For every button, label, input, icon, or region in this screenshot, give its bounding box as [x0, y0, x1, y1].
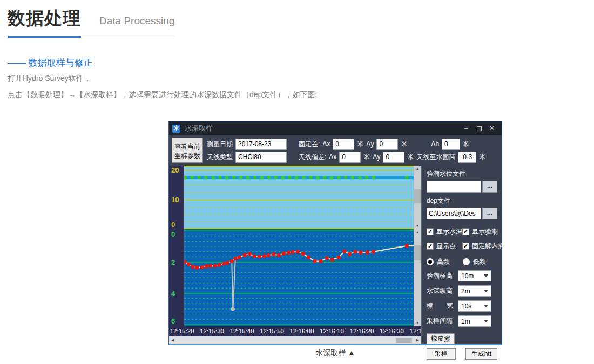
window-main: 20100 ▲ ▼ 0246 ▲ ▼: [169, 166, 502, 344]
horizontal-scrollbar[interactable]: ◀ ▶: [169, 336, 421, 344]
page-title: 数据处理: [8, 6, 81, 31]
y-tick-label: 0: [171, 221, 175, 229]
dropdown-select[interactable]: 10s: [458, 300, 491, 312]
dropdown-value: 1m: [461, 318, 470, 325]
minimize-button[interactable]: –: [460, 121, 473, 135]
scroll-left-icon[interactable]: ◀: [169, 336, 177, 344]
paragraph-1: 打开Hydro Survey软件，: [8, 74, 91, 84]
title-underline-accent: [8, 36, 81, 38]
antenna-dy-input[interactable]: 0: [383, 152, 404, 163]
dep-file-row: C:\Users\冰\Des ...: [427, 208, 497, 219]
window-titlebar[interactable]: ✳ 水深取样 – ✕: [169, 121, 502, 135]
checkbox-item[interactable]: ✓显示水深: [427, 227, 462, 236]
page-subtitle: Data Processing: [99, 15, 174, 26]
fixed-dx-input[interactable]: 0: [333, 139, 354, 150]
dropdown-row: 采样间隔1m: [427, 315, 497, 327]
x-tick-label: 12:16:10: [320, 328, 344, 334]
scroll-down-icon[interactable]: ▼: [414, 320, 421, 326]
dropdown-select[interactable]: 10m: [458, 270, 491, 281]
dropdown-select[interactable]: 1m: [458, 315, 491, 327]
section-heading: —— 数据取样与修正: [8, 57, 93, 69]
date-input[interactable]: 2017-08-23: [235, 139, 287, 150]
maximize-icon: [477, 126, 482, 131]
dx-label: Δx: [322, 140, 330, 148]
dx-label: Δx: [329, 153, 336, 161]
x-tick-label: 12:15:20: [170, 328, 194, 334]
dep-file-browse-button[interactable]: ...: [482, 208, 497, 219]
dropdown-label: 横 宽: [427, 301, 458, 311]
toolbar-row-1: 测量日期 2017-08-23 固定差: Δx 0 米 Δy 0 米 Δh 0 …: [207, 138, 499, 150]
dropdown-row: 横 宽10s: [427, 300, 497, 312]
depth-chart-row: 0246 ▲ ▼: [169, 229, 421, 326]
radio-icon[interactable]: [463, 258, 470, 265]
x-tick-label: 12:15:50: [260, 328, 284, 334]
dropdown-value: 2m: [461, 287, 470, 295]
meter-label: 米: [401, 140, 407, 149]
checkbox-label: 显示水深: [436, 227, 462, 236]
scroll-right-icon[interactable]: ▶: [414, 336, 421, 344]
antenna-type-input[interactable]: CHCI80: [235, 152, 287, 163]
maximize-button[interactable]: [473, 121, 485, 135]
checkbox-item[interactable]: ✓显示验潮: [462, 227, 504, 236]
antenna-dx-input[interactable]: 0: [339, 152, 361, 163]
meter-label: 米: [363, 153, 370, 162]
y-tick-label: 0: [171, 230, 175, 238]
tide-chart-row: 20100 ▲ ▼: [169, 166, 421, 229]
depth-chart-plot[interactable]: [184, 229, 414, 326]
dh-label: Δh: [431, 140, 439, 148]
fixed-diff-label: 固定差:: [299, 140, 320, 149]
checkbox-label: 显示点: [436, 242, 456, 251]
y-tick-label: 10: [171, 196, 179, 204]
paragraph-2: 点击【数据处理】→【水深取样】，选择需要进行处理的水深数据文件（dep文件），如…: [8, 90, 317, 100]
chevron-down-icon: [484, 320, 488, 322]
dh-input[interactable]: 0: [442, 139, 460, 150]
tide-chart-plot[interactable]: [184, 166, 414, 229]
scroll-down-icon[interactable]: ▼: [414, 223, 421, 229]
chart-area: 20100 ▲ ▼ 0246 ▲ ▼: [169, 166, 421, 344]
scrollbar-thumb[interactable]: [414, 245, 421, 260]
dropdown-select[interactable]: 2m: [458, 285, 491, 297]
checkbox-icon[interactable]: ✓: [462, 243, 469, 250]
chevron-down-icon: [484, 290, 488, 292]
y-tick-label: 2: [171, 258, 175, 266]
scrollbar-thumb[interactable]: [396, 338, 412, 343]
settings-panel: 验潮水位文件 ... dep文件 C:\Users\冰\Des ... ✓显示水…: [421, 166, 502, 344]
article-header: 数据处理Data Processing: [8, 6, 174, 31]
antenna-height-input[interactable]: -0.3: [458, 152, 476, 163]
view-coord-params-button[interactable]: 查看当前 坐标参数: [172, 138, 203, 163]
dep-file-input[interactable]: C:\Users\冰\Des: [427, 208, 481, 219]
scroll-up-icon[interactable]: ▲: [414, 166, 421, 172]
scrollbar-thumb[interactable]: [414, 189, 421, 203]
depth-chart-y-axis: 0246: [169, 229, 184, 326]
checkbox-icon[interactable]: ✓: [462, 228, 469, 235]
checkbox-icon[interactable]: ✓: [427, 243, 434, 250]
x-tick-label: 12:15:40: [230, 328, 254, 334]
dep-file-label: dep文件: [427, 196, 497, 205]
tide-file-input[interactable]: [427, 181, 481, 193]
y-tick-label: 4: [171, 290, 175, 298]
radio-item[interactable]: 高频: [427, 257, 450, 266]
scroll-up-icon[interactable]: ▲: [414, 229, 421, 236]
x-tick-label: 12:16:20: [350, 328, 374, 334]
eraser-button[interactable]: 橡皮擦: [427, 333, 455, 344]
dropdown-label: 验潮横高: [427, 271, 458, 280]
radio-item[interactable]: 低频: [463, 257, 486, 266]
tide-chart-y-axis: 20100: [169, 166, 184, 229]
tide-file-browse-button[interactable]: ...: [482, 181, 497, 193]
tide-chart-vscrollbar[interactable]: ▲ ▼: [414, 166, 421, 229]
checkbox-item[interactable]: ✓显示点: [427, 242, 462, 251]
page: 数据处理Data Processing —— 数据取样与修正 打开Hydro S…: [0, 0, 594, 364]
depth-chart-vscrollbar[interactable]: ▲ ▼: [414, 229, 421, 326]
dropdown-value: 10s: [461, 303, 471, 310]
checkbox-icon[interactable]: ✓: [427, 228, 434, 235]
tide-file-label: 验潮水位文件: [427, 169, 497, 178]
display-options: ✓显示水深✓显示验潮✓显示点✓固定解内插: [427, 227, 497, 251]
radio-icon[interactable]: [427, 258, 434, 265]
app-window: ✳ 水深取样 – ✕ 查看当前 坐标参数 测量日期 2017-08-23 固定差…: [168, 121, 502, 345]
fixed-dy-input[interactable]: 0: [376, 139, 398, 150]
close-button[interactable]: ✕: [485, 121, 498, 135]
meter-label: 米: [357, 140, 363, 149]
x-tick-label: 12:15:30: [200, 328, 224, 334]
antenna-height-label: 天线至水面高: [416, 153, 455, 162]
checkbox-item[interactable]: ✓固定解内插: [462, 242, 504, 251]
